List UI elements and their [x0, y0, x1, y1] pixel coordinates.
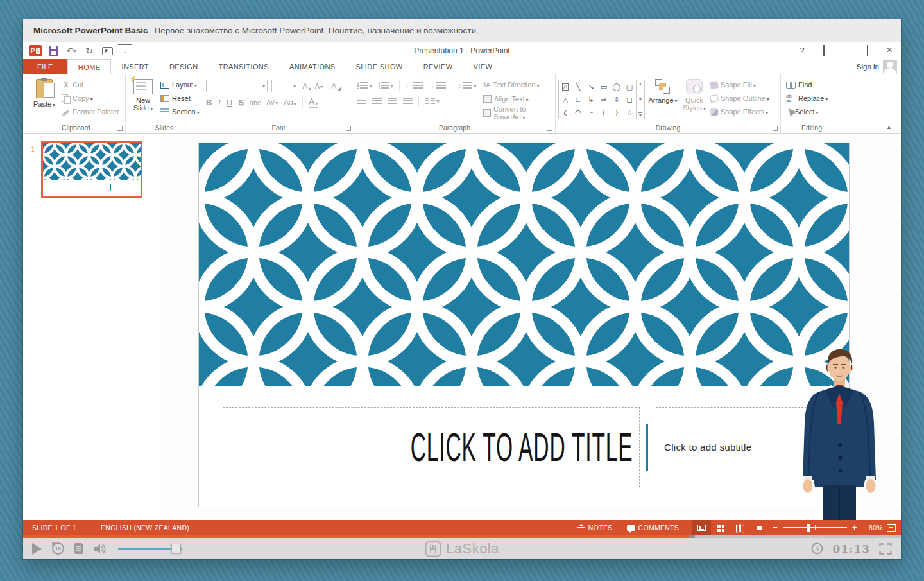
slide-sorter-view-button[interactable] [711, 520, 730, 535]
shape-effects-button[interactable]: Shape Effects [710, 107, 769, 117]
quick-styles-button[interactable]: Quick Styles [681, 78, 708, 123]
shape-down-arrow-icon[interactable]: ⇩ [613, 96, 619, 103]
fullscreen-button[interactable] [879, 543, 892, 555]
layout-button[interactable]: Layout [160, 80, 200, 90]
text-direction-button[interactable]: ‖AText Direction [483, 80, 552, 90]
shape-right-arrow-icon[interactable]: ⇨ [601, 96, 606, 103]
shape-text-box-icon[interactable]: A [562, 83, 569, 91]
convert-to-smartart-button[interactable]: Convert to SmartArt [483, 108, 552, 118]
replace-button[interactable]: abacReplace [786, 93, 828, 103]
save-button[interactable] [46, 44, 60, 57]
justify-button[interactable] [403, 98, 413, 105]
help-button[interactable]: ? [796, 46, 809, 55]
font-name-combo[interactable] [206, 80, 268, 92]
rewind-10-button[interactable]: 10 [52, 542, 64, 555]
tab-home[interactable]: HOME [67, 59, 112, 74]
shapes-more-icon[interactable]: ▼ [638, 112, 643, 117]
shape-scribble-icon[interactable]: ζ [564, 109, 567, 116]
change-case-button[interactable]: Aa▾ [284, 98, 296, 107]
sign-in-link[interactable]: Sign in [857, 59, 879, 74]
volume-button[interactable] [94, 543, 108, 555]
align-text-button[interactable]: Align Text [483, 94, 552, 104]
align-left-button[interactable] [357, 98, 366, 105]
line-spacing-button[interactable]: ↕▾ [458, 82, 477, 89]
fit-slide-to-window-button[interactable] [887, 524, 896, 532]
shape-snip-rectangle-icon[interactable]: ◻ [626, 96, 632, 103]
tab-insert[interactable]: INSERT [111, 59, 159, 74]
close-button[interactable]: × [883, 44, 896, 56]
select-button[interactable]: Select [786, 107, 828, 117]
italic-button[interactable]: I [218, 98, 220, 108]
arrange-button[interactable]: Arrange [647, 78, 678, 123]
grow-font-button[interactable]: A▴ [302, 82, 311, 91]
font-dialog-launcher[interactable] [346, 126, 351, 131]
font-color-button[interactable]: A▾ [309, 96, 318, 108]
language-indicator[interactable]: ENGLISH (NEW ZEALAND) [97, 520, 193, 535]
shapes-gallery-scrollbar[interactable]: ▲ ▼ ▼ [637, 80, 645, 119]
font-size-combo[interactable] [271, 80, 298, 92]
ribbon-display-options-button[interactable] [817, 46, 830, 55]
shape-outline-button[interactable]: Shape Outline [710, 93, 769, 103]
zoom-level[interactable]: 80% [861, 524, 883, 532]
clipboard-dialog-launcher[interactable] [117, 126, 123, 131]
shape-oval-icon[interactable]: ◯ [613, 83, 620, 91]
align-center-button[interactable] [372, 98, 382, 105]
new-slide-button[interactable]: New Slide [128, 78, 158, 123]
tab-transitions[interactable]: TRANSITIONS [209, 59, 279, 74]
tab-file[interactable]: FILE [23, 59, 67, 74]
subtitle-placeholder[interactable]: Click to add subtitle [656, 407, 842, 487]
title-placeholder[interactable]: CLICK TO ADD TITLE [223, 407, 640, 487]
shapes-scroll-down-icon[interactable]: ▼ [638, 97, 643, 101]
shape-arc-icon[interactable]: ◠ [575, 109, 581, 116]
zoom-out-button[interactable]: − [773, 525, 778, 531]
tab-slide-show[interactable]: SLIDE SHOW [346, 59, 413, 74]
shape-star-icon[interactable]: ☆ [626, 109, 633, 116]
bullets-button[interactable]: ▾ [357, 82, 372, 89]
slide-thumbnail-1[interactable] [41, 141, 142, 198]
shape-right-brace-icon[interactable]: } [615, 109, 618, 116]
undo-button[interactable]: ↶▾ [64, 44, 78, 57]
lesson-notes-button[interactable] [74, 543, 83, 554]
reset-button[interactable]: Reset [160, 93, 200, 103]
shapes-scroll-up-icon[interactable]: ▲ [638, 82, 643, 86]
reading-view-button[interactable] [730, 520, 749, 535]
character-spacing-button[interactable]: AV▾ [267, 99, 278, 106]
shape-elbow-arrow-icon[interactable]: ↳ [588, 96, 594, 103]
paste-button[interactable]: Paste [30, 78, 59, 123]
customize-qat-button[interactable]: ⌄ [118, 44, 132, 57]
decrease-indent-button[interactable]: ← [406, 82, 423, 89]
zoom-slider-handle[interactable] [807, 524, 810, 532]
tab-review[interactable]: REVIEW [413, 59, 463, 74]
tab-animations[interactable]: ANIMATIONS [279, 59, 346, 74]
format-painter-button[interactable]: Format Painter [62, 107, 119, 117]
columns-button[interactable]: ▾ [425, 98, 440, 105]
shape-fill-button[interactable]: Shape Fill [710, 80, 769, 90]
copy-button[interactable]: Copy [62, 93, 119, 103]
collapse-ribbon-button[interactable]: ▲ [886, 124, 892, 130]
strikethrough-button[interactable]: abc [250, 99, 261, 107]
increase-indent-button[interactable]: → [429, 82, 446, 89]
shape-triangle-icon[interactable]: △ [563, 96, 568, 103]
tab-view[interactable]: VIEW [463, 59, 502, 74]
slide-show-view-button[interactable] [749, 520, 769, 535]
play-button[interactable] [32, 543, 42, 555]
shape-rounded-rectangle-icon[interactable]: ▢ [626, 83, 633, 91]
shape-arrow-icon[interactable]: ↘ [588, 83, 594, 91]
zoom-slider[interactable] [783, 527, 847, 528]
shape-left-brace-icon[interactable]: { [603, 109, 605, 116]
paragraph-dialog-launcher[interactable] [547, 126, 552, 131]
start-from-beginning-button[interactable] [100, 44, 114, 57]
cut-button[interactable]: Cut [62, 80, 119, 90]
underline-button[interactable]: U [227, 98, 232, 107]
volume-slider-handle[interactable] [171, 544, 181, 553]
bold-button[interactable]: B [206, 98, 212, 107]
find-button[interactable]: Find [786, 80, 828, 90]
shape-elbow-icon[interactable]: ∟ [575, 96, 582, 103]
shrink-font-button[interactable]: A▾ [315, 82, 323, 90]
shape-line-icon[interactable]: ╲ [576, 83, 581, 91]
redo-button[interactable]: ↻ [82, 44, 96, 57]
section-button[interactable]: Section [160, 107, 200, 117]
tab-design[interactable]: DESIGN [159, 59, 209, 74]
shape-rectangle-icon[interactable]: ▭ [601, 83, 607, 91]
user-avatar[interactable] [883, 60, 897, 74]
